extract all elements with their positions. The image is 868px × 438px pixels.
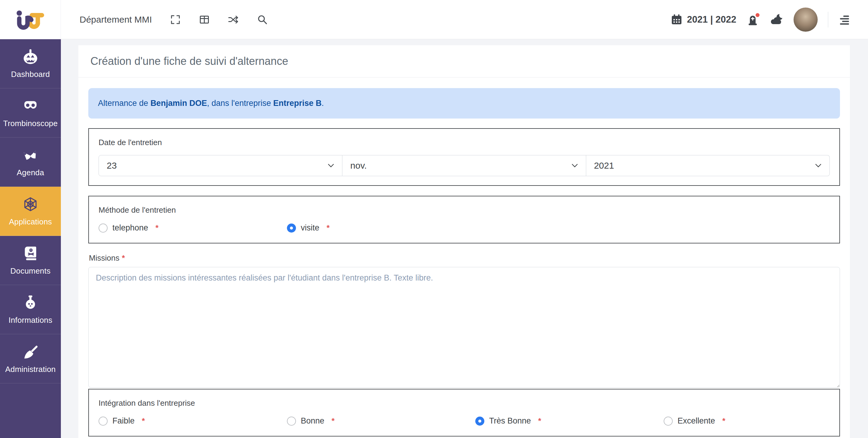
month-select-value: nov. bbox=[350, 160, 367, 171]
required-asterisk: * bbox=[722, 416, 725, 426]
fullscreen-button[interactable] bbox=[169, 13, 181, 26]
banner-text: Alternance de Benjamin DOE, dans l'entre… bbox=[98, 99, 324, 108]
pumpkin-icon bbox=[22, 49, 38, 65]
search-button[interactable] bbox=[256, 13, 268, 26]
notification-badge bbox=[755, 13, 760, 17]
integration-section-label: Intégration dans l'entreprise bbox=[98, 399, 830, 408]
iut-logo-icon bbox=[14, 7, 47, 32]
required-asterisk: * bbox=[122, 253, 125, 263]
year-select[interactable]: 2021 bbox=[586, 155, 830, 176]
required-asterisk: * bbox=[332, 416, 335, 426]
radio-option-faible[interactable]: Faible * bbox=[98, 416, 287, 426]
potion-icon bbox=[22, 294, 38, 311]
topbar-divider bbox=[828, 12, 828, 27]
required-asterisk: * bbox=[142, 416, 145, 426]
date-section-label: Date de l'entretien bbox=[98, 138, 830, 147]
spider-web-icon bbox=[22, 196, 38, 212]
date-select-group: 23 nov. 2021 bbox=[98, 155, 830, 176]
radio-button[interactable] bbox=[98, 416, 107, 426]
radio-option-visite[interactable]: visite * bbox=[287, 223, 475, 233]
school-year-selector[interactable]: 2021 | 2022 bbox=[671, 13, 736, 26]
sidebar-item-administration[interactable]: Administration bbox=[0, 334, 61, 383]
method-section: Méthode de l'entretien telephone * visit… bbox=[88, 196, 840, 243]
day-select[interactable]: 23 bbox=[98, 155, 342, 176]
sidebar-item-label: Dashboard bbox=[11, 70, 50, 79]
theme-toggle-button[interactable] bbox=[770, 13, 783, 26]
fullscreen-icon bbox=[169, 13, 181, 26]
chevron-down-icon bbox=[328, 164, 334, 168]
sidebar-item-label: Trombinoscope bbox=[3, 119, 58, 128]
chevron-down-icon bbox=[571, 164, 578, 168]
department-title: Département MMI bbox=[80, 14, 152, 25]
month-select[interactable]: nov. bbox=[342, 155, 586, 176]
sidebar-nav: Dashboard Trombinoscope bbox=[0, 39, 61, 383]
apps-grid-button[interactable] bbox=[198, 13, 210, 26]
sidebar-item-label: Applications bbox=[9, 217, 52, 227]
topbar-right: 2021 | 2022 bbox=[671, 7, 850, 32]
justify-menu-icon bbox=[838, 13, 850, 26]
topbar: Département MMI bbox=[61, 0, 868, 39]
notifications-button[interactable] bbox=[747, 13, 760, 26]
cloud-moon-icon bbox=[770, 13, 783, 26]
sidebar-item-label: Informations bbox=[8, 316, 52, 325]
info-banner: Alternance de Benjamin DOE, dans l'entre… bbox=[88, 88, 840, 119]
app-root: Dashboard Trombinoscope bbox=[0, 0, 868, 438]
radio-option-bonne[interactable]: Bonne * bbox=[287, 416, 475, 426]
topbar-left-icons bbox=[161, 13, 277, 26]
search-icon bbox=[256, 13, 268, 26]
radio-option-excellente[interactable]: Excellente * bbox=[664, 416, 852, 426]
missions-label: Missions * bbox=[89, 253, 840, 263]
missions-textarea[interactable] bbox=[88, 267, 840, 388]
required-asterisk: * bbox=[156, 223, 158, 233]
radio-button[interactable] bbox=[475, 416, 484, 426]
shuffle-button[interactable] bbox=[227, 13, 239, 26]
missions-section: Missions * bbox=[88, 253, 840, 389]
radio-button[interactable] bbox=[287, 224, 296, 233]
student-name: Benjamin DOE bbox=[150, 99, 207, 108]
form-card: Création d'une fiche de suivi d'alternan… bbox=[79, 45, 850, 438]
sidebar: Dashboard Trombinoscope bbox=[0, 0, 61, 438]
required-asterisk: * bbox=[538, 416, 541, 426]
broom-icon bbox=[22, 344, 38, 360]
company-name: Entreprise B bbox=[273, 99, 321, 108]
sidebar-item-agenda[interactable]: Agenda bbox=[0, 138, 61, 187]
candy-corn-icon bbox=[22, 147, 38, 163]
radio-option-tres-bonne[interactable]: Très Bonne * bbox=[475, 416, 664, 426]
day-select-value: 23 bbox=[107, 160, 117, 171]
required-asterisk: * bbox=[327, 223, 330, 233]
date-section: Date de l'entretien 23 nov. 20 bbox=[88, 128, 840, 186]
main-area: Département MMI bbox=[61, 0, 868, 438]
year-select-value: 2021 bbox=[594, 160, 614, 171]
page-content: Création d'une fiche de suivi d'alternan… bbox=[61, 39, 868, 438]
mask-icon bbox=[22, 98, 38, 114]
layout-grid-icon bbox=[198, 13, 210, 26]
sidebar-item-informations[interactable]: Informations bbox=[0, 285, 61, 334]
school-year-label: 2021 | 2022 bbox=[687, 14, 736, 25]
brand-logo[interactable] bbox=[0, 0, 61, 39]
radio-button[interactable] bbox=[98, 224, 107, 233]
sidebar-item-label: Documents bbox=[10, 266, 50, 276]
page-title: Création d'une fiche de suivi d'alternan… bbox=[90, 55, 288, 67]
sidebar-item-label: Agenda bbox=[17, 168, 44, 177]
sidebar-item-label: Administration bbox=[5, 365, 56, 374]
spellbook-icon bbox=[22, 245, 38, 262]
sidebar-item-dashboard[interactable]: Dashboard bbox=[0, 39, 61, 88]
integration-radio-group: Faible * Bonne * Très Bonne bbox=[98, 416, 830, 426]
aside-menu-button[interactable] bbox=[838, 13, 850, 26]
shuffle-icon bbox=[227, 13, 239, 26]
chevron-down-icon bbox=[815, 164, 822, 168]
tombstone-icon bbox=[747, 13, 760, 26]
calendar-icon bbox=[671, 13, 682, 26]
method-radio-group: telephone * visite * bbox=[98, 223, 830, 233]
card-body: Alternance de Benjamin DOE, dans l'entre… bbox=[79, 78, 850, 438]
radio-button[interactable] bbox=[287, 416, 296, 426]
sidebar-item-trombinoscope[interactable]: Trombinoscope bbox=[0, 88, 61, 138]
user-avatar[interactable] bbox=[794, 7, 818, 32]
radio-option-telephone[interactable]: telephone * bbox=[98, 223, 287, 233]
sidebar-item-documents[interactable]: Documents bbox=[0, 236, 61, 285]
sidebar-item-applications[interactable]: Applications bbox=[0, 187, 61, 236]
method-section-label: Méthode de l'entretien bbox=[98, 205, 830, 215]
radio-button[interactable] bbox=[664, 416, 673, 426]
card-header: Création d'une fiche de suivi d'alternan… bbox=[79, 45, 850, 78]
integration-section: Intégration dans l'entreprise Faible * B… bbox=[88, 389, 840, 437]
